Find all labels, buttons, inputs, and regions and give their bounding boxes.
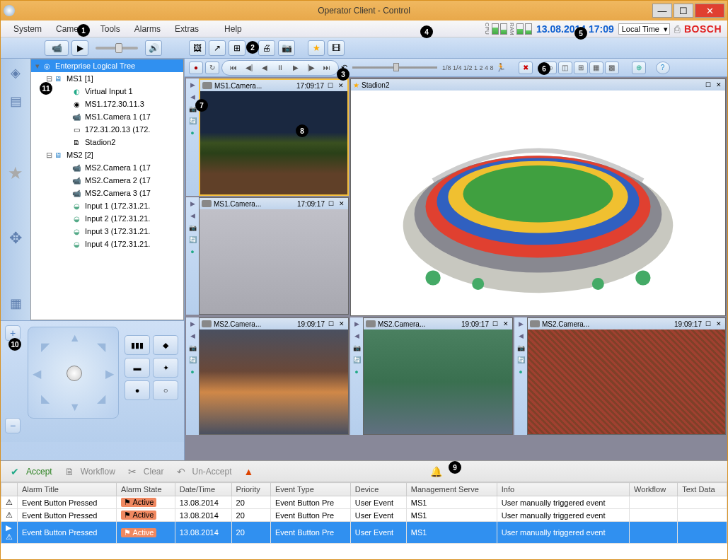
rewind-button[interactable]: ⏮	[226, 62, 241, 74]
maximize-icon[interactable]: ☐	[326, 81, 335, 90]
close-icon[interactable]: ✕	[715, 81, 723, 89]
maximize-icon[interactable]: ☐	[327, 320, 335, 328]
table-row[interactable]: ▶ ⚠Event Button Pressed⚑ Active13.08.201…	[1, 522, 727, 544]
close-icon[interactable]: ✕	[715, 320, 723, 328]
tree-item[interactable]: ◒Input 4 (172.31.21.	[31, 238, 183, 250]
alarm-note-icon[interactable]: ▲	[241, 465, 258, 479]
play-back-button[interactable]: ◀	[258, 62, 272, 74]
tree-item[interactable]: 🗎Stadion2	[31, 136, 183, 148]
playback-mode-icon[interactable]: ▶	[71, 40, 88, 56]
tree-item[interactable]: ◒Input 2 (172.31.21.	[31, 212, 183, 225]
tree-root[interactable]: ▾◎Enterprise Logical Tree	[31, 59, 183, 72]
loop-icon[interactable]: ↻	[205, 62, 219, 74]
step-fwd-button[interactable]: |▶	[304, 62, 318, 74]
favorite-icon[interactable]: ★	[308, 40, 325, 56]
layout-5-icon[interactable]: ▩	[605, 62, 619, 74]
speaker-icon[interactable]: 🔊	[145, 40, 162, 56]
bell-icon[interactable]: 🔔	[427, 465, 444, 479]
tree-item[interactable]: 📹MS2.Camera 2 (17	[31, 174, 183, 187]
delete-icon[interactable]: ✖	[519, 62, 533, 74]
tool-icon-2[interactable]: ↗	[209, 40, 226, 56]
accept-button[interactable]: ✔Accept	[6, 465, 52, 479]
menu-camera[interactable]: Camera	[49, 24, 93, 34]
table-row[interactable]: ⚠Event Button Pressed⚑ Active13.08.20142…	[1, 509, 727, 522]
tree-item[interactable]: 📹MS2.Camera 1 (17	[31, 161, 183, 174]
tree-item[interactable]: ◉MS1.172.30.11.3	[31, 98, 183, 110]
tree-item[interactable]: 📹MS1.Camera 1 (17	[31, 110, 183, 123]
star-icon[interactable]: ★	[6, 163, 25, 183]
tree-item[interactable]: ▭172.31.20.13 (172.	[31, 123, 183, 136]
camera-panel-4[interactable]: MS2.Camera...19:09:17☐✕	[363, 317, 513, 435]
maximize-icon[interactable]: ☐	[704, 320, 712, 328]
tree-icon[interactable]: ◈	[6, 63, 25, 83]
minimize-button[interactable]: —	[652, 4, 672, 18]
ptz-preset-1[interactable]: ▮▮▮	[125, 335, 150, 355]
tool-icon-3[interactable]: ⊞	[229, 40, 245, 56]
compass-icon[interactable]: ✥	[6, 228, 25, 248]
timezone-select[interactable]: Local Time ▾	[618, 23, 670, 35]
pause-button[interactable]: ⏸	[273, 62, 287, 74]
maximize-button[interactable]: ☐	[674, 4, 693, 18]
fast-fwd-button[interactable]: ⏭	[320, 62, 334, 74]
maximize-icon[interactable]: ☐	[704, 81, 712, 89]
layout-1-icon[interactable]: ▭	[543, 62, 557, 74]
close-icon[interactable]: ✕	[337, 81, 345, 90]
add-panel-icon[interactable]: ⊕	[632, 62, 646, 74]
workflow-button[interactable]: 🗎Workflow	[61, 465, 115, 479]
close-icon[interactable]: ✕	[502, 320, 510, 328]
tool-icon-1[interactable]: 🖼	[189, 40, 206, 56]
maximize-icon[interactable]: ☐	[491, 320, 499, 328]
brand-logo: BOSCH	[684, 23, 722, 35]
camera-panel-5[interactable]: MS2.Camera...19:09:17☐✕	[527, 317, 726, 435]
tree-item[interactable]: ◒Input 3 (172.31.21.	[31, 225, 183, 238]
print-icon[interactable]: 🖨	[258, 40, 275, 56]
speed-slider[interactable]	[352, 66, 437, 69]
ptz-preset-3[interactable]: ▬	[125, 358, 150, 378]
play-button[interactable]: ▶	[289, 62, 303, 74]
close-button[interactable]: ✕	[695, 4, 724, 18]
camera-panel-2[interactable]: MS1.Camera...17:09:17☐✕	[199, 197, 349, 315]
ptz-preset-6[interactable]: ○	[153, 380, 178, 400]
volume-slider[interactable]	[96, 47, 138, 49]
layout-4-icon[interactable]: ▦	[589, 62, 603, 74]
print-icon[interactable]: ⎙	[674, 23, 680, 35]
tree-ms2[interactable]: ⊟🖥MS2 [2]	[31, 148, 183, 161]
camera-panel-3[interactable]: MS2.Camera...19:09:17☐✕	[199, 317, 349, 435]
help-icon[interactable]: ?	[656, 62, 670, 74]
record-icon[interactable]: ●	[189, 62, 203, 74]
tree-item[interactable]: ◐Virtual Input 1	[31, 85, 183, 98]
list-icon[interactable]: ▤	[6, 91, 25, 111]
map-view	[351, 91, 725, 315]
grid-icon[interactable]: ▦	[6, 293, 25, 313]
close-icon[interactable]: ✕	[337, 199, 346, 208]
camera-panel-1[interactable]: MS1.Camera...17:09:17☐✕	[199, 78, 349, 196]
menu-help[interactable]: Help	[217, 24, 249, 34]
map-panel[interactable]: ★Stadion2☐✕	[350, 78, 726, 316]
table-row[interactable]: ⚠Event Button Pressed⚑ Active13.08.20142…	[1, 496, 727, 509]
zoom-in-button[interactable]: +	[5, 325, 21, 341]
maximize-icon[interactable]: ☐	[327, 199, 335, 208]
snapshot-icon[interactable]: 📷	[278, 40, 295, 56]
sequence-icon[interactable]: 🎞	[328, 40, 345, 56]
zoom-out-button[interactable]: −	[5, 418, 21, 433]
menu-tools[interactable]: Tools	[93, 24, 127, 34]
alarm-table[interactable]: Alarm Title Alarm State Date/Time Priori…	[1, 482, 727, 559]
unaccept-button[interactable]: ↶Un-Accept	[173, 465, 232, 479]
clear-button[interactable]: ✂Clear	[124, 465, 164, 479]
step-back-button[interactable]: ◀|	[242, 62, 256, 74]
tree-ms1[interactable]: ⊟🖥MS1 [1]	[31, 72, 183, 85]
logical-tree[interactable]: ▾◎Enterprise Logical Tree ⊟🖥MS1 [1] ◐Vir…	[30, 59, 184, 320]
tree-item[interactable]: ◒Input 1 (172.31.21.	[31, 199, 183, 212]
ptz-preset-5[interactable]: ●	[125, 380, 150, 400]
camera-mode-icon[interactable]: 📹	[45, 40, 69, 56]
tree-item[interactable]: 📹MS2.Camera 3 (17	[31, 187, 183, 199]
ptz-preset-2[interactable]: ◆	[153, 335, 178, 355]
ptz-joystick[interactable]: ▲ ▼ ◀ ▶ ◤ ◥ ◣ ◢	[28, 327, 119, 419]
close-icon[interactable]: ✕	[337, 320, 346, 328]
layout-2-icon[interactable]: ◫	[558, 62, 572, 74]
menu-extras[interactable]: Extras	[168, 24, 206, 34]
menu-alarms[interactable]: Alarms	[127, 24, 168, 34]
ptz-preset-4[interactable]: ✦	[153, 358, 178, 378]
menu-system[interactable]: System	[6, 24, 49, 34]
layout-3-icon[interactable]: ⊞	[574, 62, 588, 74]
